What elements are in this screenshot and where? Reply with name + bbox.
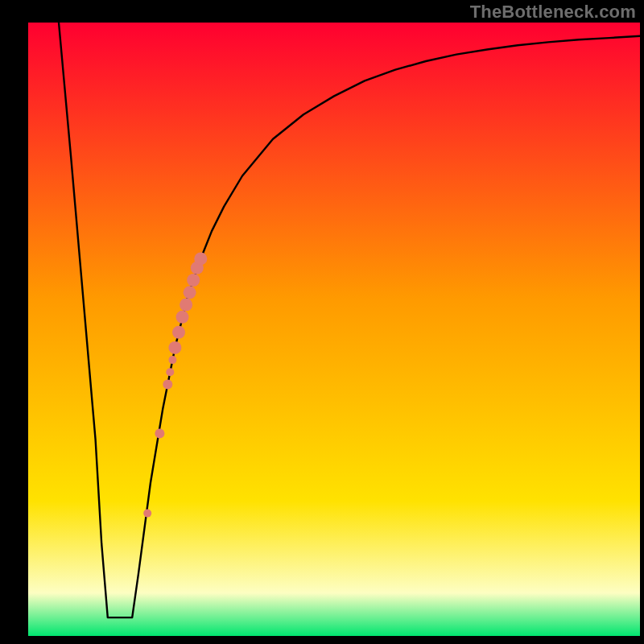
plot-background <box>28 23 640 636</box>
marker-dot <box>180 299 192 312</box>
marker-dot <box>184 286 196 299</box>
marker-dot <box>187 274 200 287</box>
marker-dot <box>168 356 176 364</box>
marker-dot <box>163 380 172 390</box>
marker-dot <box>155 429 164 439</box>
marker-dot <box>168 341 181 354</box>
marker-dot <box>143 510 151 518</box>
watermark-text: TheBottleneck.com <box>470 2 636 23</box>
bottleneck-chart <box>0 0 644 644</box>
chart-frame: TheBottleneck.com <box>0 0 644 644</box>
marker-dot <box>176 311 189 324</box>
marker-dot <box>194 252 207 265</box>
marker-dot <box>172 326 185 339</box>
marker-dot <box>166 368 174 376</box>
